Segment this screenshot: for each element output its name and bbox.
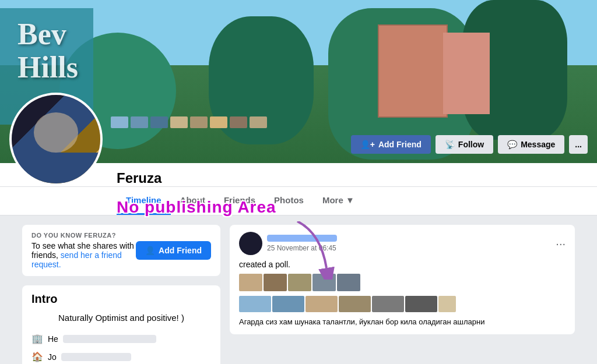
know-banner-content: DO YOU KNOW FERUZA? To see what she shar… xyxy=(31,232,136,269)
intro-card: Intro Naturally Optimist and positive! )… xyxy=(22,285,220,364)
post-avatar xyxy=(239,232,262,255)
work-icon: 🏢 xyxy=(31,333,43,344)
profile-section: Feruza Timeline About Friends Photos Mor… xyxy=(0,163,597,215)
know-banner-title: DO YOU KNOW FERUZA? xyxy=(31,232,136,239)
avatar-container xyxy=(9,93,103,186)
avatar xyxy=(9,93,103,186)
post-image-pixels xyxy=(239,274,566,291)
follow-button[interactable]: 📡 Follow xyxy=(436,135,493,154)
post-name-blurred xyxy=(267,235,337,242)
post-author: 25 November at 06:45 xyxy=(239,232,337,255)
know-banner-text: To see what she shares with friends, sen… xyxy=(31,241,136,269)
add-friend-icon: 👤+ xyxy=(360,140,375,149)
intro-bio: Naturally Optimist and positive! ) xyxy=(31,313,211,323)
profile-nav: Timeline About Friends Photos More ▼ xyxy=(0,186,597,215)
intro-location-item: 🏠 Jo xyxy=(31,348,211,364)
post-author-info: 25 November at 06:45 xyxy=(267,235,337,252)
message-icon: 💬 xyxy=(507,140,517,149)
post-bottom-text: Агарда сиз хам шунака талантли, йуклан б… xyxy=(239,317,566,327)
intro-title: Intro xyxy=(31,292,211,306)
tab-friends[interactable]: Friends xyxy=(215,187,265,215)
know-banner: DO YOU KNOW FERUZA? To see what she shar… xyxy=(22,225,220,276)
cover-text: Bev Hills xyxy=(17,17,78,84)
post-created-poll: created a poll. xyxy=(239,260,566,269)
cover-pixels xyxy=(111,116,267,128)
post-header: 25 November at 06:45 ··· xyxy=(239,232,566,255)
post-options-button[interactable]: ··· xyxy=(556,237,566,250)
work-label: He xyxy=(48,334,58,344)
work-blurred xyxy=(63,335,156,343)
intro-work-item: 🏢 He xyxy=(31,330,211,348)
post-card: 25 November at 06:45 ··· created a poll. xyxy=(230,225,575,334)
profile-name: Feruza xyxy=(117,170,161,186)
location-icon: 🏠 xyxy=(31,351,43,362)
post-time: 25 November at 06:45 xyxy=(267,244,337,252)
page-wrapper: Bev Hills 👤+ Add Friend 📡 Follow xyxy=(0,0,597,364)
main-content: DO YOU KNOW FERUZA? To see what she shar… xyxy=(13,215,584,364)
left-column: DO YOU KNOW FERUZA? To see what she shar… xyxy=(22,225,220,364)
tab-timeline[interactable]: Timeline xyxy=(117,187,171,215)
post-image-row2 xyxy=(239,296,566,312)
message-button[interactable]: 💬 Message xyxy=(498,135,564,154)
cover-actions: 👤+ Add Friend 📡 Follow 💬 Message ... xyxy=(351,135,588,154)
add-friend-button[interactable]: 👤+ Add Friend xyxy=(351,135,431,154)
follow-icon: 📡 xyxy=(445,140,455,149)
tab-about[interactable]: About xyxy=(171,187,215,215)
add-friend-banner-button[interactable]: 👤 Add Friend xyxy=(136,241,211,260)
right-column: 25 November at 06:45 ··· created a poll. xyxy=(230,225,575,364)
location-blurred xyxy=(61,353,131,361)
add-friend-sm-icon: 👤 xyxy=(145,246,155,255)
more-options-button[interactable]: ... xyxy=(569,135,588,154)
location-label: Jo xyxy=(48,352,57,362)
tab-photos[interactable]: Photos xyxy=(265,187,313,215)
tab-more[interactable]: More ▼ xyxy=(313,187,364,215)
